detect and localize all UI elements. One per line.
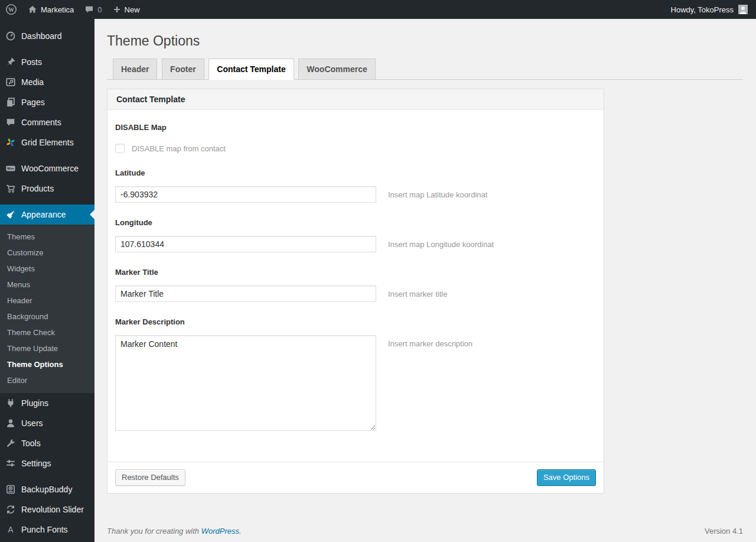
sidebar-item-label: BackupBuddy xyxy=(21,485,72,494)
disable-map-row: DISABLE map from contact xyxy=(115,144,596,153)
wrench-icon xyxy=(5,437,17,449)
longitude-field: Longitude Insert map Longitude koordinat xyxy=(115,218,596,252)
site-link[interactable]: Marketica xyxy=(22,0,79,19)
sidebar-item-woocommerce[interactable]: Woo WooCommerce xyxy=(0,158,94,178)
marker-description-field: Marker Description Marker Content Insert… xyxy=(115,317,596,431)
wordpress-logo-icon: W xyxy=(5,4,17,15)
marker-title-field: Marker Title Insert marker title xyxy=(115,268,596,302)
sidebar-item-appearance[interactable]: Appearance xyxy=(0,205,94,225)
tab-woocommerce[interactable]: WooCommerce xyxy=(298,59,375,80)
menu-separator xyxy=(0,199,94,205)
sidebar-item-products[interactable]: Products xyxy=(0,178,94,199)
new-menu[interactable]: New xyxy=(107,0,145,19)
sidebar-item-label: Users xyxy=(21,418,43,428)
appearance-submenu: Themes Customize Widgets Menus Header Ba… xyxy=(0,225,94,393)
sidebar-item-posts[interactable]: Posts xyxy=(0,52,94,72)
latitude-row: Insert map Latitude koordinat xyxy=(115,186,596,203)
tab-footer[interactable]: Footer xyxy=(162,59,204,80)
woocommerce-icon: Woo xyxy=(5,163,17,174)
marker-description-label: Marker Description xyxy=(115,317,596,326)
disable-map-checkbox[interactable] xyxy=(115,144,125,153)
menu-separator xyxy=(0,152,94,158)
submenu-item-theme-options[interactable]: Theme Options xyxy=(0,356,94,372)
marker-description-textarea[interactable]: Marker Content xyxy=(115,335,376,431)
longitude-label: Longitude xyxy=(115,218,596,227)
sliders-icon xyxy=(5,457,17,469)
latitude-hint: Insert map Latitude koordinat xyxy=(388,186,487,199)
panel-footer: Restore Defaults Save Options xyxy=(107,462,604,493)
submenu-item-theme-check[interactable]: Theme Check xyxy=(0,324,94,340)
admin-bar: W Marketica 0 New Howdy, TokoPress xyxy=(0,0,756,19)
footer-thanks: Thank you for creating with WordPress. xyxy=(107,527,242,535)
submenu-item-menus[interactable]: Menus xyxy=(0,277,94,293)
disable-map-label: DISABLE Map xyxy=(115,123,596,132)
sidebar-item-dashboard[interactable]: Dashboard xyxy=(0,26,94,46)
longitude-row: Insert map Longitude koordinat xyxy=(115,236,596,252)
sidebar-item-users[interactable]: Users xyxy=(0,413,94,433)
dashboard-icon xyxy=(5,30,17,42)
footer-version: Version 4.1 xyxy=(705,527,743,535)
longitude-hint: Insert map Longitude koordinat xyxy=(388,236,494,249)
submenu-item-widgets[interactable]: Widgets xyxy=(0,261,94,277)
submenu-item-theme-update[interactable]: Theme Update xyxy=(0,340,94,356)
sidebar-item-plugins[interactable]: Plugins xyxy=(0,393,94,413)
sidebar-item-label: Revolution Slider xyxy=(21,505,84,514)
sidebar: Dashboard Posts Media Pages Comments Gri… xyxy=(0,19,94,542)
new-label: New xyxy=(125,5,140,14)
restore-defaults-button[interactable]: Restore Defaults xyxy=(115,469,185,486)
avatar xyxy=(738,5,748,14)
marker-title-hint: Insert marker title xyxy=(388,285,447,298)
comments-count: 0 xyxy=(97,5,102,14)
sidebar-item-label: Comments xyxy=(21,118,61,127)
sidebar-item-label: Plugins xyxy=(21,398,48,408)
sidebar-item-label: Pages xyxy=(21,98,45,107)
tab-bar: Header Footer Contact Template WooCommer… xyxy=(107,59,743,80)
sidebar-item-backupbuddy[interactable]: BackupBuddy xyxy=(0,479,94,499)
sidebar-item-label: WooCommerce xyxy=(21,164,79,173)
punch-fonts-icon: A xyxy=(5,524,17,535)
latitude-input[interactable] xyxy=(115,186,376,203)
sidebar-item-label: Media xyxy=(21,77,44,87)
admin-bar-left: W Marketica 0 New xyxy=(0,0,145,19)
sidebar-item-label: Posts xyxy=(21,57,42,67)
sidebar-item-label: Grid Elements xyxy=(21,138,74,147)
cart-icon xyxy=(5,183,17,194)
tab-contact-template[interactable]: Contact Template xyxy=(208,59,294,80)
sidebar-item-grid-elements[interactable]: Grid Elements xyxy=(0,132,94,152)
submenu-item-header[interactable]: Header xyxy=(0,293,94,309)
tab-header[interactable]: Header xyxy=(113,59,157,80)
longitude-input[interactable] xyxy=(115,236,376,252)
comment-bubble-icon xyxy=(84,5,94,14)
submenu-item-themes[interactable]: Themes xyxy=(0,229,94,245)
wordpress-link[interactable]: WordPress xyxy=(201,527,239,535)
submenu-item-editor[interactable]: Editor xyxy=(0,372,94,388)
sidebar-item-punch-fonts[interactable]: A Punch Fonts xyxy=(0,520,94,540)
panel-title: Contact Template xyxy=(107,89,604,110)
svg-text:Woo: Woo xyxy=(7,167,14,170)
marker-title-label: Marker Title xyxy=(115,268,596,277)
plugin-icon xyxy=(5,397,17,409)
comments-menu[interactable]: 0 xyxy=(79,0,107,19)
submenu-item-customize[interactable]: Customize xyxy=(0,245,94,261)
sidebar-item-tools[interactable]: Tools xyxy=(0,433,94,453)
appearance-brush-icon xyxy=(5,209,17,220)
footer-thanks-suffix: . xyxy=(239,527,242,535)
submenu-item-background[interactable]: Background xyxy=(0,309,94,324)
marker-title-input[interactable] xyxy=(115,285,376,302)
wordpress-logo-menu[interactable]: W xyxy=(0,0,22,19)
disable-map-checkbox-label: DISABLE map from contact xyxy=(132,144,226,153)
media-icon xyxy=(5,76,17,88)
pin-icon xyxy=(5,56,17,68)
sidebar-item-comments[interactable]: Comments xyxy=(0,112,94,132)
save-options-button[interactable]: Save Options xyxy=(537,469,596,486)
sidebar-item-media[interactable]: Media xyxy=(0,72,94,92)
footer-thanks-prefix: Thank you for creating with xyxy=(107,527,201,535)
latitude-label: Latitude xyxy=(115,168,596,177)
sidebar-item-revolution-slider[interactable]: Revolution Slider xyxy=(0,499,94,520)
sidebar-item-pages[interactable]: Pages xyxy=(0,92,94,112)
sidebar-item-settings[interactable]: Settings xyxy=(0,453,94,473)
sidebar-item-label: Punch Fonts xyxy=(21,525,68,534)
refresh-arrows-icon xyxy=(5,504,17,515)
marker-description-hint: Insert marker description xyxy=(388,335,472,348)
account-menu[interactable]: Howdy, TokoPress xyxy=(663,0,756,19)
